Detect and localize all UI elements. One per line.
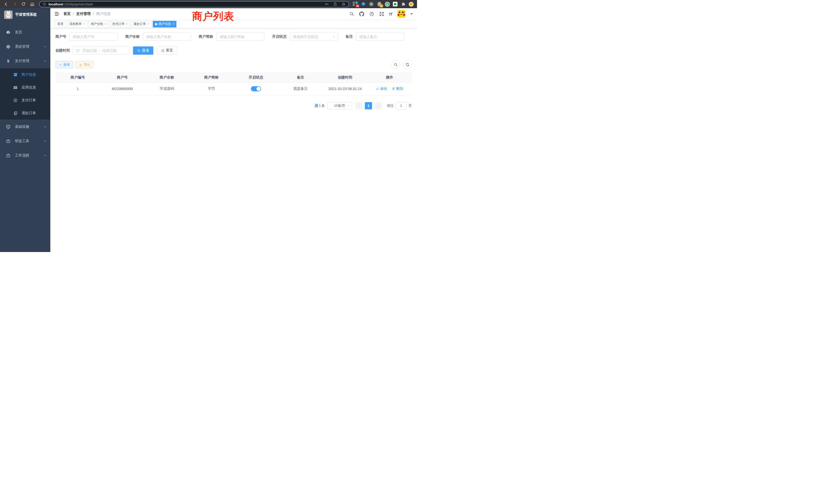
sidebar-item-system[interactable]: 系统管理 bbox=[0, 40, 50, 54]
sidebar-item-refund-order[interactable]: 退款订单 bbox=[0, 107, 50, 120]
next-page-button[interactable]: › bbox=[375, 102, 382, 109]
status-select[interactable] bbox=[290, 32, 338, 41]
extension-chat-icon[interactable] bbox=[393, 2, 398, 7]
sidebar-item-workflow[interactable]: 工作流程 bbox=[0, 148, 50, 163]
reload-icon[interactable] bbox=[21, 1, 26, 7]
font-size-icon[interactable]: tT bbox=[389, 12, 392, 16]
table-header-row: 商户编号 商户号 商户全称 商户简称 开启状态 备注 创建时间 操作 bbox=[56, 73, 412, 83]
page-size-select[interactable] bbox=[327, 102, 352, 109]
site-info-icon[interactable] bbox=[43, 2, 46, 6]
page-1-button[interactable]: 1 bbox=[365, 102, 372, 109]
close-icon[interactable]: × bbox=[83, 23, 85, 25]
sidebar-item-label: 商户信息 bbox=[22, 72, 36, 77]
avatar[interactable] bbox=[397, 10, 405, 18]
page-jumper: 前往 页 bbox=[387, 102, 412, 109]
tab-user-group[interactable]: 用户分组 × bbox=[88, 21, 108, 27]
extension-blob-icon[interactable]: 1 bbox=[377, 2, 382, 7]
avatar-caret-icon[interactable] bbox=[410, 13, 413, 16]
col-status: 开启状态 bbox=[234, 73, 278, 83]
extension-command-icon[interactable]: ⌘ bbox=[369, 2, 374, 7]
breadcrumb-home[interactable]: 首页 bbox=[63, 12, 71, 16]
share-icon[interactable] bbox=[333, 2, 337, 6]
cell-full-name: 芋道源码 bbox=[145, 83, 189, 95]
delete-link[interactable]: 删除 bbox=[392, 87, 403, 91]
help-icon[interactable] bbox=[369, 12, 374, 17]
reset-button-label: 重置 bbox=[166, 48, 173, 53]
extension-smiley-icon[interactable] bbox=[409, 2, 414, 7]
sidebar-item-label: 退款订单 bbox=[22, 111, 36, 115]
remark-input[interactable] bbox=[356, 32, 404, 41]
breadcrumb-separator: / bbox=[73, 12, 74, 16]
col-remark: 备注 bbox=[278, 73, 323, 83]
bookmark-star-icon[interactable] bbox=[342, 2, 346, 6]
edit-link[interactable]: 修改 bbox=[376, 87, 387, 91]
header-search-icon[interactable] bbox=[349, 12, 354, 16]
pagination: 共1条 ‹ 1 › 前往 页 bbox=[56, 102, 412, 109]
breadcrumb-payment[interactable]: 支付管理 bbox=[76, 12, 91, 16]
goto-page-input[interactable] bbox=[396, 102, 407, 109]
export-button[interactable]: 导出 bbox=[75, 61, 93, 68]
app-logo-row[interactable]: 芋道管理系统 bbox=[0, 8, 50, 21]
sidebar-item-home[interactable]: 首页 bbox=[0, 25, 50, 40]
app-logo-rabbit bbox=[4, 10, 13, 19]
close-icon[interactable]: × bbox=[173, 23, 174, 25]
sidebar-item-merchant-info[interactable]: 商户信息 bbox=[0, 68, 50, 81]
home-icon[interactable] bbox=[29, 1, 35, 7]
sidebar-item-app-info[interactable]: 应用信息 bbox=[0, 81, 50, 94]
extension-gem-icon[interactable] bbox=[361, 2, 366, 7]
start-date-input[interactable] bbox=[80, 48, 99, 53]
edit-link-label: 修改 bbox=[380, 87, 387, 91]
sidebar-item-pay-order[interactable]: ¥ 支付订单 bbox=[0, 94, 50, 107]
cell-short-name: 芋艿 bbox=[189, 83, 234, 95]
tab-pay-order[interactable]: 支付订单 × bbox=[110, 21, 130, 27]
status-toggle[interactable] bbox=[251, 86, 261, 91]
toggle-search-button[interactable] bbox=[391, 60, 400, 69]
search-button[interactable]: 搜索 bbox=[133, 46, 153, 55]
fullscreen-icon[interactable] bbox=[379, 12, 384, 17]
sidebar-item-payment[interactable]: ¥ 支付管理 bbox=[0, 54, 50, 68]
sidebar-toggle-icon[interactable] bbox=[54, 12, 59, 16]
forward-icon[interactable] bbox=[12, 1, 18, 7]
end-date-input[interactable] bbox=[100, 48, 118, 53]
tab-merchant-info[interactable]: 商户信息 × bbox=[153, 21, 176, 27]
extension-y-icon[interactable]: y bbox=[385, 2, 390, 7]
goto-unit: 页 bbox=[409, 104, 412, 108]
merchant-no-input[interactable] bbox=[69, 32, 117, 41]
full-name-label: 商户全称 bbox=[125, 35, 140, 39]
refresh-button[interactable] bbox=[403, 60, 412, 69]
col-merchant-id: 商户编号 bbox=[56, 73, 100, 83]
tab-label: 支付订单 bbox=[112, 22, 125, 26]
close-icon[interactable]: × bbox=[147, 23, 149, 25]
sidebar-item-dev-tools[interactable]: 研发工具 bbox=[0, 134, 50, 148]
breadcrumb: 首页 / 支付管理 / 商户信息 bbox=[63, 12, 111, 16]
address-bar[interactable]: localhost:1024/pay/merchant bbox=[39, 1, 349, 7]
active-dot bbox=[155, 23, 157, 25]
screen: localhost:1024/pay/merchant 10 ⌘ 1 bbox=[0, 0, 417, 252]
short-name-label: 商户简称 bbox=[199, 35, 213, 39]
short-name-input[interactable] bbox=[216, 32, 264, 41]
prev-page-button[interactable]: ‹ bbox=[355, 102, 362, 109]
col-merchant-no: 商户号 bbox=[100, 73, 145, 83]
tab-home[interactable]: 首页 bbox=[55, 21, 66, 27]
back-icon[interactable] bbox=[3, 1, 9, 7]
password-key-icon[interactable] bbox=[325, 2, 329, 6]
url-text[interactable]: localhost:1024/pay/merchant bbox=[48, 2, 321, 6]
sidebar-item-infrastructure[interactable]: 基础设施 bbox=[0, 120, 50, 134]
tab-refund-order[interactable]: 退款订单 × bbox=[131, 21, 151, 27]
date-range-picker[interactable]: - bbox=[73, 46, 130, 55]
col-full-name: 商户全称 bbox=[145, 73, 189, 83]
full-name-input[interactable] bbox=[143, 32, 191, 41]
yen-icon: ¥ bbox=[5, 59, 11, 63]
github-icon[interactable] bbox=[359, 12, 364, 17]
extensions-puzzle-icon[interactable] bbox=[400, 2, 406, 7]
merchant-no-label: 商户号 bbox=[56, 35, 66, 39]
goto-label: 前往 bbox=[387, 104, 394, 108]
breadcrumb-separator: / bbox=[93, 12, 94, 16]
extension-grid-icon[interactable]: 10 bbox=[353, 2, 358, 7]
tab-process-form[interactable]: 流程表单 × bbox=[67, 21, 87, 27]
close-icon[interactable]: × bbox=[126, 23, 128, 25]
reset-button[interactable]: 重置 bbox=[157, 46, 177, 55]
add-button[interactable]: ＋ 新增 bbox=[56, 61, 73, 68]
close-icon[interactable]: × bbox=[105, 23, 106, 25]
svg-text:¥: ¥ bbox=[15, 99, 16, 101]
